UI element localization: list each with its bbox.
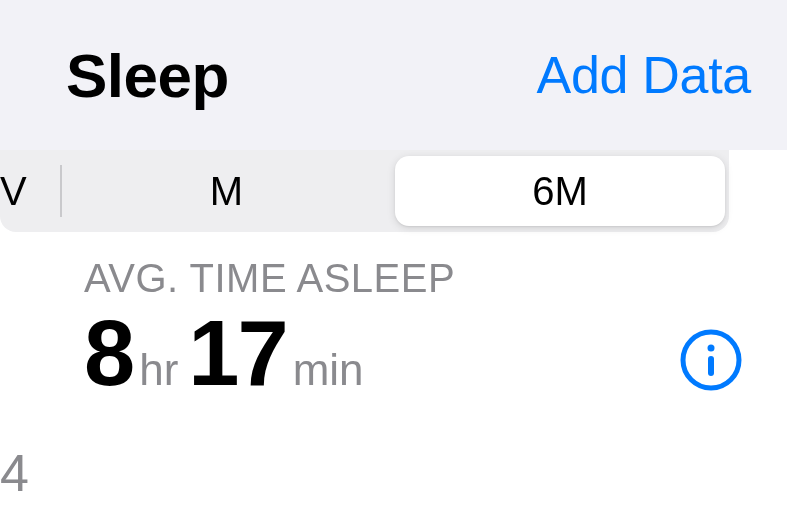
header-bar: Sleep Add Data (0, 0, 787, 150)
page-title: Sleep (28, 40, 229, 111)
sleep-summary: AVG. TIME ASLEEP 8 hr 17 min (0, 232, 787, 399)
svg-point-1 (708, 345, 715, 352)
segment-label: V (0, 169, 27, 214)
hours-number: 8 (84, 307, 133, 399)
minutes-unit: min (293, 345, 364, 395)
time-range-segmented-control: V M 6M (0, 150, 729, 232)
segment-week-partial[interactable]: V (0, 156, 60, 226)
summary-metric-value: 8 hr 17 min (84, 307, 455, 399)
hours-unit: hr (139, 345, 178, 395)
segment-label: M (210, 169, 243, 214)
segment-label: 6M (532, 169, 588, 214)
add-data-button[interactable]: Add Data (537, 45, 759, 105)
summary-metric-label: AVG. TIME ASLEEP (84, 256, 455, 301)
minutes-number: 17 (188, 307, 286, 399)
cutoff-axis-digit: 4 (0, 443, 29, 503)
svg-rect-2 (708, 356, 714, 376)
summary-text-block: AVG. TIME ASLEEP 8 hr 17 min (84, 256, 455, 399)
segment-six-month[interactable]: 6M (395, 156, 725, 226)
segment-month[interactable]: M (62, 156, 392, 226)
info-icon[interactable] (679, 328, 743, 392)
